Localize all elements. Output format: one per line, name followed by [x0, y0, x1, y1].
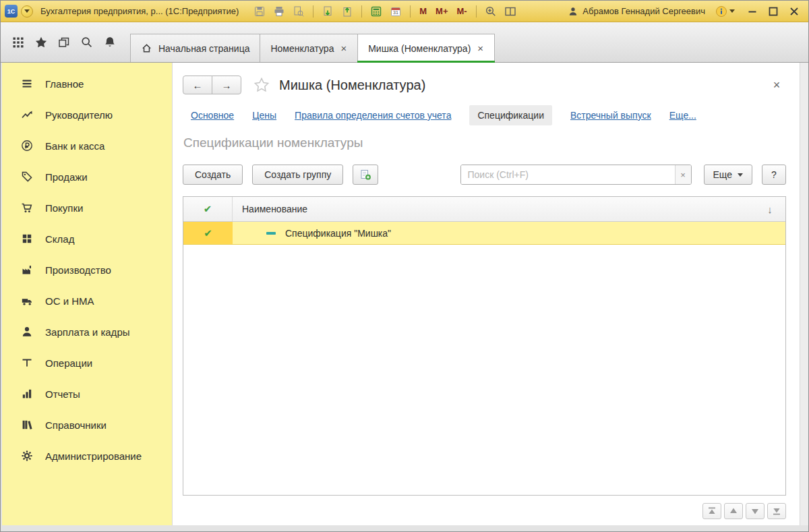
printer-icon: [273, 5, 285, 18]
truck-icon: [20, 295, 34, 307]
separator: [313, 5, 313, 18]
tab-mishka-nomenclature[interactable]: Мишка (Номенклатура) ×: [357, 34, 495, 62]
go-to-first-button[interactable]: [702, 503, 721, 519]
navlink-account-rules[interactable]: Правила определения счетов учета: [295, 110, 451, 121]
forward-button[interactable]: →: [212, 76, 241, 94]
more-button[interactable]: Еще: [704, 165, 753, 185]
separator: [410, 5, 411, 18]
sidebar-item-administration[interactable]: Администрирование: [2, 440, 172, 471]
gear-icon: [20, 450, 34, 462]
sidebar-item-label: Склад: [45, 233, 74, 245]
navlink-specifications[interactable]: Спецификации: [469, 105, 552, 125]
sidebar-item-purchases[interactable]: Покупки: [2, 192, 172, 223]
navlink-more[interactable]: Еще...: [669, 110, 696, 121]
home-icon: [141, 42, 152, 54]
tab-home[interactable]: Начальная страница: [130, 34, 260, 62]
search-input[interactable]: [461, 165, 675, 184]
move-down-button[interactable]: [746, 503, 765, 519]
cart-icon: [20, 202, 34, 214]
save-to-file-button[interactable]: [320, 3, 336, 20]
notifications-button[interactable]: [100, 33, 119, 52]
minimize-button[interactable]: [744, 4, 761, 19]
create-group-button[interactable]: Создать группу: [252, 165, 343, 185]
sort-indicator[interactable]: ↓: [754, 197, 785, 221]
go-to-last-button[interactable]: [767, 503, 786, 519]
sidebar-item-directories[interactable]: Справочники: [2, 409, 172, 440]
split-view-icon: [504, 5, 516, 18]
create-button[interactable]: Создать: [183, 165, 243, 185]
open-tabs: Начальная страница Номенклатура × Мишка …: [130, 22, 494, 62]
arrow-to-bottom-icon: [771, 505, 783, 517]
price-tag-icon: [20, 171, 34, 183]
document-upload-icon: [341, 5, 353, 18]
tab-nomenclature[interactable]: Номенклатура ×: [260, 34, 358, 62]
name-column-header[interactable]: Наименование: [233, 197, 754, 221]
tab-close-icon[interactable]: ×: [477, 43, 484, 53]
books-icon: [20, 419, 34, 431]
menu-icon: [20, 78, 34, 90]
table-row[interactable]: ✔ Спецификация "Мишка": [183, 222, 785, 245]
sidebar-item-bank-cash[interactable]: Банк и касса: [2, 130, 172, 161]
arrow-down-icon: [749, 505, 761, 517]
sidebar-item-production[interactable]: Производство: [2, 254, 172, 285]
sidebar-item-main[interactable]: Главное: [2, 68, 172, 99]
history-button[interactable]: [55, 33, 73, 52]
sidebar-item-salary-hr[interactable]: Зарплата и кадры: [2, 316, 172, 347]
sidebar-item-warehouse[interactable]: Склад: [2, 223, 172, 254]
sidebar-item-label: Покупки: [45, 202, 83, 214]
save-button[interactable]: [251, 3, 268, 20]
separator: [361, 5, 362, 18]
info-menu-button[interactable]: [715, 5, 735, 18]
sidebar-item-label: Зарплата и кадры: [45, 326, 130, 338]
form-header: ← → Мишка (Номенклатура) ×: [183, 73, 786, 96]
sidebar-item-reports[interactable]: Отчеты: [2, 378, 172, 409]
send-button[interactable]: [339, 3, 355, 20]
calculator-button[interactable]: [368, 3, 384, 20]
navlink-main[interactable]: Основное: [191, 110, 234, 121]
move-up-button[interactable]: [724, 503, 743, 519]
favorite-star-icon[interactable]: [253, 77, 270, 93]
sidebar-item-label: Производство: [45, 264, 111, 276]
help-button[interactable]: ?: [762, 165, 786, 185]
sidebar-item-sales[interactable]: Продажи: [2, 161, 172, 192]
apps-grid-button[interactable]: [9, 33, 28, 52]
info-icon: [715, 5, 727, 18]
calendar-button[interactable]: 31: [388, 3, 404, 20]
navlink-prices[interactable]: Цены: [252, 110, 276, 121]
chevron-down-icon: [738, 173, 743, 177]
print-preview-button[interactable]: [291, 3, 307, 20]
document-download-icon: [322, 5, 334, 18]
sidebar-item-label: Справочники: [45, 419, 107, 431]
sidebar-item-fixed-assets[interactable]: ОС и НМА: [2, 285, 172, 316]
memory-minus-button[interactable]: M-: [454, 6, 470, 16]
close-icon: [788, 5, 800, 18]
active-column-header[interactable]: ✔: [183, 197, 233, 221]
back-button[interactable]: ←: [183, 76, 212, 94]
chevron-down-icon: [24, 9, 30, 13]
create-group-icon-button[interactable]: [353, 165, 378, 185]
zoom-button[interactable]: [483, 3, 499, 20]
form-close-button[interactable]: ×: [767, 78, 786, 92]
global-search-button[interactable]: [78, 33, 96, 52]
svg-text:31: 31: [393, 10, 398, 15]
memory-recall-button[interactable]: M: [417, 6, 429, 16]
print-button[interactable]: [271, 3, 287, 20]
memory-plus-button[interactable]: M+: [433, 6, 450, 16]
maximize-button[interactable]: [765, 4, 782, 19]
trend-chart-icon: [20, 109, 34, 121]
row-active-cell: ✔: [183, 222, 233, 244]
navlink-counter-output[interactable]: Встречный выпуск: [570, 110, 651, 121]
sidebar-item-label: Администрирование: [45, 450, 142, 462]
main-menu-button[interactable]: [21, 5, 33, 18]
user-menu[interactable]: Абрамов Геннадий Сергеевич: [568, 6, 705, 17]
favorites-button[interactable]: [32, 33, 51, 52]
split-window-button[interactable]: [502, 3, 518, 20]
tab-close-icon[interactable]: ×: [340, 43, 347, 53]
floppy-icon: [253, 5, 266, 18]
close-window-button[interactable]: [785, 4, 803, 19]
sidebar-item-operations[interactable]: Операции: [2, 347, 172, 378]
search-clear-button[interactable]: ×: [675, 165, 691, 184]
search-box: ×: [460, 165, 692, 185]
sidebar-item-manager[interactable]: Руководителю: [2, 99, 172, 130]
preview-icon: [293, 5, 305, 18]
